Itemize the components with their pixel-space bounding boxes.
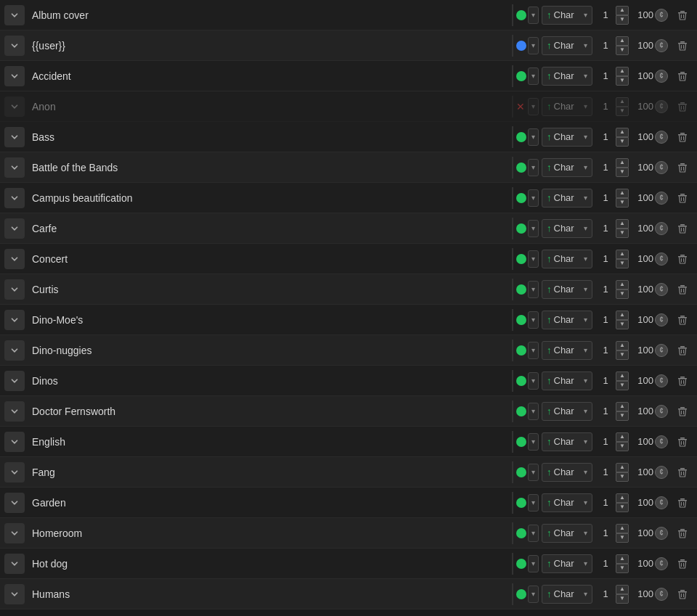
coin-button[interactable]: ¢ (655, 588, 668, 601)
spin-up-button[interactable]: ▲ (616, 524, 629, 533)
expand-button[interactable] (4, 310, 25, 330)
char-dropdown[interactable]: ↑ Char ▾ (542, 311, 592, 329)
delete-button[interactable] (672, 157, 693, 178)
status-dropdown[interactable]: ▾ (528, 464, 539, 481)
spin-down-button[interactable]: ▼ (616, 411, 629, 421)
expand-button[interactable] (4, 249, 25, 269)
status-dropdown[interactable]: ▾ (528, 555, 539, 572)
expand-button[interactable] (4, 36, 25, 56)
coin-button[interactable]: ¢ (655, 435, 668, 448)
spin-up-button[interactable]: ▲ (616, 158, 629, 168)
delete-button[interactable] (672, 188, 693, 208)
char-dropdown[interactable]: ↑ Char ▾ (542, 493, 592, 512)
status-dropdown[interactable]: ▾ (528, 403, 539, 420)
delete-button[interactable] (672, 584, 693, 604)
coin-button[interactable]: ¢ (655, 252, 668, 266)
char-dropdown[interactable]: ↑ Char ▾ (542, 189, 592, 208)
status-dropdown[interactable]: ▾ (528, 7, 539, 24)
status-dropdown[interactable]: ▾ (528, 525, 539, 542)
status-dropdown[interactable]: ▾ (528, 281, 539, 298)
delete-button[interactable] (672, 66, 693, 86)
char-dropdown[interactable]: ↑ Char ▾ (542, 158, 592, 177)
char-dropdown[interactable]: ↑ Char ▾ (542, 250, 592, 268)
delete-button[interactable] (672, 371, 693, 391)
spin-up-button[interactable]: ▲ (616, 219, 629, 229)
delete-button[interactable] (672, 554, 693, 574)
spin-up-button[interactable]: ▲ (616, 463, 629, 472)
spin-down-button[interactable]: ▼ (616, 442, 629, 451)
spin-down-button[interactable]: ▼ (616, 229, 629, 238)
expand-button[interactable] (4, 554, 25, 574)
expand-button[interactable] (4, 66, 25, 86)
delete-button[interactable] (672, 5, 693, 25)
expand-button[interactable] (4, 584, 25, 604)
coin-button[interactable]: ¢ (655, 466, 668, 479)
spin-up-button[interactable]: ▲ (616, 493, 629, 503)
status-dropdown[interactable]: ▾ (528, 37, 539, 54)
delete-button[interactable] (672, 96, 693, 117)
status-dropdown[interactable]: ▾ (528, 189, 539, 207)
delete-button[interactable] (672, 462, 693, 482)
delete-button[interactable] (672, 127, 693, 147)
spin-down-button[interactable]: ▼ (616, 198, 629, 208)
status-dropdown[interactable]: ▾ (528, 159, 539, 176)
coin-button[interactable]: ¢ (655, 496, 668, 509)
coin-button[interactable]: ¢ (655, 313, 668, 327)
spin-up-button[interactable]: ▲ (616, 128, 629, 137)
spin-down-button[interactable]: ▼ (616, 168, 629, 177)
delete-button[interactable] (672, 523, 693, 543)
delete-button[interactable] (672, 218, 693, 239)
coin-button[interactable]: ¢ (655, 374, 668, 387)
status-dropdown[interactable]: ▾ (528, 494, 539, 512)
char-dropdown[interactable]: ↑ Char ▾ (542, 432, 592, 451)
coin-button[interactable]: ¢ (655, 131, 668, 144)
spin-up-button[interactable]: ▲ (616, 432, 629, 442)
coin-button[interactable]: ¢ (655, 222, 668, 235)
delete-button[interactable] (672, 310, 693, 330)
coin-button[interactable]: ¢ (655, 283, 668, 296)
status-dropdown[interactable]: ▾ (528, 98, 539, 115)
status-dropdown[interactable]: ▾ (528, 372, 539, 390)
delete-button[interactable] (672, 432, 693, 452)
spin-down-button[interactable]: ▼ (616, 15, 629, 25)
status-dropdown[interactable]: ▾ (528, 342, 539, 359)
spin-down-button[interactable]: ▼ (616, 594, 629, 604)
char-dropdown[interactable]: ↑ Char ▾ (542, 371, 592, 390)
coin-button[interactable]: ¢ (655, 557, 668, 570)
spin-down-button[interactable]: ▼ (616, 472, 629, 482)
spin-down-button[interactable]: ▼ (616, 46, 629, 55)
spin-down-button[interactable]: ▼ (616, 289, 629, 299)
spin-down-button[interactable]: ▼ (616, 107, 629, 116)
coin-button[interactable]: ¢ (655, 100, 668, 113)
delete-button[interactable] (672, 249, 693, 269)
char-dropdown[interactable]: ↑ Char ▾ (542, 402, 592, 421)
expand-button[interactable] (4, 462, 25, 482)
coin-button[interactable]: ¢ (655, 161, 668, 174)
expand-button[interactable] (4, 218, 25, 239)
delete-button[interactable] (672, 36, 693, 56)
char-dropdown[interactable]: ↑ Char ▾ (542, 463, 592, 482)
spin-down-button[interactable]: ▼ (616, 137, 629, 147)
spin-up-button[interactable]: ▲ (616, 250, 629, 259)
expand-button[interactable] (4, 371, 25, 391)
char-dropdown[interactable]: ↑ Char ▾ (542, 219, 592, 238)
expand-button[interactable] (4, 340, 25, 361)
char-dropdown[interactable]: ↑ Char ▾ (542, 36, 592, 55)
expand-button[interactable] (4, 432, 25, 452)
expand-button[interactable] (4, 493, 25, 513)
spin-down-button[interactable]: ▼ (616, 320, 629, 329)
spin-down-button[interactable]: ▼ (616, 76, 629, 86)
coin-button[interactable]: ¢ (655, 527, 668, 540)
delete-button[interactable] (672, 401, 693, 422)
coin-button[interactable]: ¢ (655, 405, 668, 418)
spin-up-button[interactable]: ▲ (616, 6, 629, 15)
spin-up-button[interactable]: ▲ (616, 189, 629, 198)
status-dropdown[interactable]: ▾ (528, 220, 539, 237)
spin-up-button[interactable]: ▲ (616, 402, 629, 411)
spin-up-button[interactable]: ▲ (616, 280, 629, 289)
spin-down-button[interactable]: ▼ (616, 533, 629, 543)
status-dropdown[interactable]: ▾ (528, 586, 539, 603)
spin-up-button[interactable]: ▲ (616, 311, 629, 320)
char-dropdown[interactable]: ↑ Char ▾ (542, 341, 592, 360)
spin-down-button[interactable]: ▼ (616, 381, 629, 390)
